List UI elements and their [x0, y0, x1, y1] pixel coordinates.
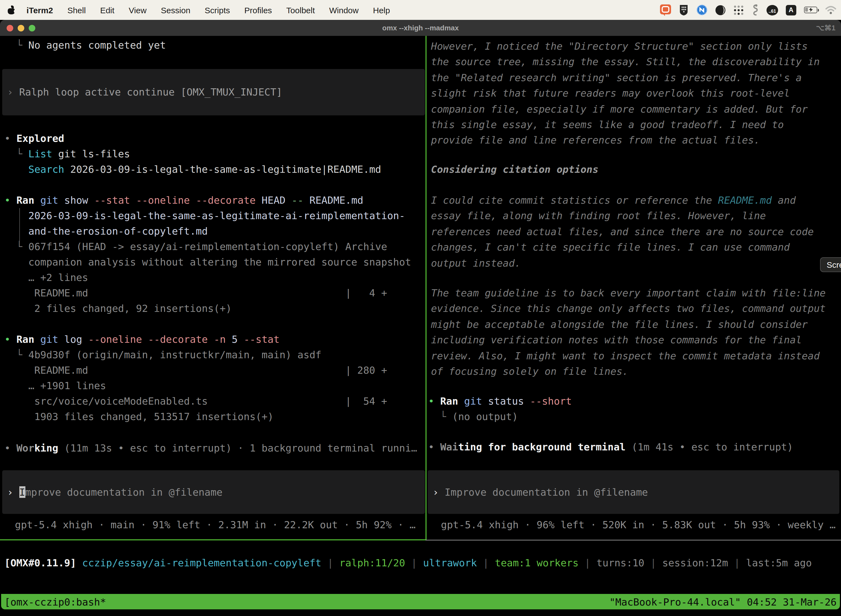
terminal-line: review. Also, I might want to inspect th… — [431, 348, 826, 364]
inactive-pane-border — [425, 540, 841, 540]
left-prompt-text: › Improve documentation in @filename — [7, 484, 223, 500]
waiting-status-line: • Waiting for background terminal (1m 41… — [428, 439, 793, 455]
menubar-status-icons: ..61 A — [660, 0, 837, 20]
terminal-content[interactable]: └ No agents completed yet › Ralph loop a… — [0, 36, 841, 616]
terminal-line: … +1901 lines — [4, 378, 387, 393]
working-status-line: • Working (11m 13s • esc to interrupt) ·… — [4, 440, 417, 456]
terminal-line: including verification notes with those … — [431, 332, 826, 348]
git-log-block: • Ran git log --oneline --decorate -n 5 … — [4, 332, 387, 424]
terminal-line: • Working (11m 13s • esc to interrupt) ·… — [4, 440, 417, 456]
terminal-line: companion file, especially if more comme… — [431, 101, 820, 117]
terminal-line: └ (no output) — [428, 409, 572, 424]
terminal-line: Search 2026-03-09-is-legal-the-same-as-l… — [4, 162, 381, 177]
omx-status-line: [OMX#0.11.9] cczip/essay/ai-reimplementa… — [4, 555, 812, 571]
terminal-line: essay file, along with finding root file… — [431, 208, 814, 224]
terminal-line: • Explored — [4, 131, 381, 146]
wifi-icon[interactable] — [825, 6, 837, 14]
git-show-block: • Ran git show --stat --oneline --decora… — [4, 193, 411, 316]
terminal-line: However, I noticed the "Directory Struct… — [431, 39, 820, 54]
menu-view[interactable]: View — [129, 5, 147, 15]
terminal-line: 1903 files changed, 513517 insertions(+) — [4, 409, 387, 424]
screen-tooltip: Scre — [820, 257, 841, 272]
macos-menu-bar: iTerm2ShellEditViewSessionScriptsProfile… — [0, 0, 841, 20]
terminal-line: the source tree, missing the essay. Stil… — [431, 54, 820, 70]
terminal-line: └ 067f154 (HEAD -> essay/ai-reimplementa… — [4, 239, 411, 254]
apple-menu-icon[interactable] — [8, 6, 15, 14]
right-prompt-input[interactable]: › Improve documentation in @filename — [428, 470, 840, 514]
terminal-line: • Ran git status --short — [428, 393, 572, 409]
ralph-inject-box[interactable]: › Ralph loop active continue [OMX_TMUX_I… — [2, 69, 425, 115]
terminal-line: evidence. Since this change only affects… — [431, 301, 826, 317]
menu-edit[interactable]: Edit — [100, 5, 114, 15]
right-session-stats: gpt-5.4 xhigh · 96% left · 520K in · 5.8… — [441, 517, 836, 532]
menu-window[interactable]: Window — [329, 5, 359, 15]
thinking-paragraph-2: I could cite commit statistics or refere… — [431, 193, 814, 271]
dot-grid-icon[interactable] — [733, 5, 744, 15]
terminal-line: companion analysis without altering the … — [4, 254, 411, 270]
terminal-line: references need actual files, and since … — [431, 224, 814, 240]
left-prompt-input[interactable]: › Improve documentation in @filename — [2, 470, 425, 514]
terminal-line: … +2 lines — [4, 270, 411, 285]
left-session-stats: gpt-5.4 xhigh · main · 91% left · 2.31M … — [15, 517, 416, 532]
chat-bubble-icon[interactable] — [660, 4, 671, 16]
terminal-line: slight risk that future readers may over… — [431, 85, 820, 101]
menu-items: iTerm2ShellEditViewSessionScriptsProfile… — [26, 5, 390, 15]
menu-toolbelt[interactable]: Toolbelt — [286, 5, 315, 15]
menu-iterm2[interactable]: iTerm2 — [26, 5, 53, 15]
tmux-session-name: [omx-cczip0:bash* — [4, 596, 106, 607]
terminal-line: README.md | 280 + — [4, 363, 387, 378]
battery-icon[interactable] — [804, 7, 817, 13]
thinking-heading: Considering citation options — [431, 162, 598, 177]
menu-scripts[interactable]: Scripts — [205, 5, 230, 15]
terminal-line: this single essay, it seems like a good … — [431, 117, 820, 133]
terminal-line: • Ran git log --oneline --decorate -n 5 … — [4, 332, 387, 347]
terminal-line: I could cite commit statistics or refere… — [431, 193, 814, 208]
window-title: omx --xhigh --madmax — [0, 24, 841, 32]
agents-note-block: └ No agents completed yet — [4, 38, 166, 53]
menu-session[interactable]: Session — [161, 5, 190, 15]
screen-tooltip-text: Scre — [827, 260, 841, 269]
window-shortcut-badge: ⌥⌘1 — [816, 24, 835, 32]
thinking-paragraph-3: The team guideline is to back every impo… — [431, 285, 826, 380]
terminal-line: └ No agents completed yet — [4, 38, 166, 53]
tmux-status-bar: [omx-cczip0:bash* "MacBook-Pro-44.local"… — [1, 594, 840, 609]
menu-shell[interactable]: Shell — [67, 5, 86, 15]
right-prompt-text: › Improve documentation in @filename — [433, 484, 648, 500]
menu-help[interactable]: Help — [373, 5, 390, 15]
thinking-paragraph-1: However, I noticed the "Directory Struct… — [431, 39, 820, 148]
active-pane-border — [0, 539, 425, 540]
input-source-icon[interactable]: A — [786, 5, 796, 15]
terminal-line: the "Related research writing" section i… — [431, 70, 820, 86]
squiggle-icon[interactable] — [752, 4, 759, 16]
tree-connector-line — [19, 208, 20, 241]
blue-badge-icon[interactable] — [696, 4, 708, 15]
terminal-line: README.md | 4 + — [4, 285, 411, 301]
terminal-line: • Waiting for background terminal (1m 41… — [428, 439, 793, 455]
terminal-line: • Ran git show --stat --oneline --decora… — [4, 193, 411, 208]
terminal-line: changes, I can't cite specific file line… — [431, 239, 814, 255]
pane-divider[interactable] — [425, 36, 426, 540]
battery-percentage-icon[interactable]: ..61 — [766, 5, 778, 15]
ralph-inject-text: › Ralph loop active continue [OMX_TMUX_I… — [7, 84, 282, 100]
terminal-line: The team guideline is to back every impo… — [431, 285, 826, 301]
window-title-bar[interactable]: omx --xhigh --madmax ⌥⌘1 — [0, 20, 841, 36]
explored-block: • Explored └ List git ls-files Search 20… — [4, 131, 381, 177]
terminal-line: and-the-erosion-of-copyleft.md — [4, 224, 411, 239]
menu-profiles[interactable]: Profiles — [245, 5, 272, 15]
terminal-line: might be acceptable alongside the file l… — [431, 317, 826, 333]
dark-pie-icon[interactable] — [715, 5, 726, 15]
terminal-line: └ 4b9d30f (origin/main, instructkr/main,… — [4, 347, 387, 363]
terminal-line: └ List git ls-files — [4, 146, 381, 162]
terminal-line: 2026-03-09-is-legal-the-same-as-legitima… — [4, 208, 411, 224]
tmux-host-clock: "MacBook-Pro-44.local" 04:52 31-Mar-26 — [609, 596, 837, 607]
terminal-line: 2 files changed, 92 insertions(+) — [4, 301, 411, 316]
terminal-line: output instead. — [431, 255, 814, 271]
terminal-line: provide file and line references from th… — [431, 133, 820, 148]
git-status-block: • Ran git status --short └ (no output) — [428, 393, 572, 424]
desktop-screen: iTerm2ShellEditViewSessionScriptsProfile… — [0, 0, 841, 616]
terminal-line: src/voice/voiceModeEnabled.ts | 54 + — [4, 393, 387, 409]
terminal-line: of focusing solely on file lines. — [431, 364, 826, 380]
keypad-shield-icon[interactable] — [679, 4, 689, 16]
